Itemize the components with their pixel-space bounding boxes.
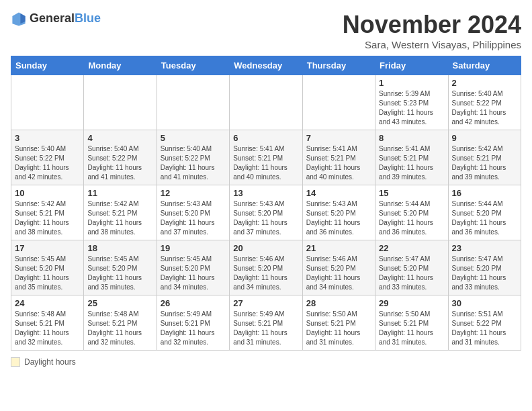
calendar-header-row: SundayMondayTuesdayWednesdayThursdayFrid… (11, 56, 521, 75)
day-number: 12 (161, 188, 226, 198)
legend-daylight-label: Daylight hours (24, 357, 76, 367)
day-info: Sunrise: 5:45 AM Sunset: 5:20 PM Dayligh… (161, 255, 226, 292)
day-number: 25 (87, 298, 152, 308)
calendar-cell (84, 75, 157, 130)
day-number: 4 (87, 133, 152, 143)
day-info: Sunrise: 5:50 AM Sunset: 5:21 PM Dayligh… (306, 310, 371, 347)
calendar-cell: 1Sunrise: 5:39 AM Sunset: 5:23 PM Daylig… (375, 75, 448, 130)
day-number: 19 (161, 243, 226, 253)
calendar-cell: 22Sunrise: 5:47 AM Sunset: 5:20 PM Dayli… (375, 240, 448, 295)
day-number: 20 (233, 243, 298, 253)
calendar-cell: 9Sunrise: 5:42 AM Sunset: 5:21 PM Daylig… (448, 130, 521, 185)
logo-text: General Blue (30, 12, 101, 26)
day-info: Sunrise: 5:43 AM Sunset: 5:20 PM Dayligh… (233, 199, 298, 237)
day-info: Sunrise: 5:40 AM Sunset: 5:22 PM Dayligh… (87, 144, 152, 182)
calendar-week-row: 10Sunrise: 5:42 AM Sunset: 5:21 PM Dayli… (11, 185, 521, 240)
calendar-cell: 8Sunrise: 5:41 AM Sunset: 5:21 PM Daylig… (375, 130, 448, 185)
day-info: Sunrise: 5:45 AM Sunset: 5:20 PM Dayligh… (87, 255, 152, 292)
day-number: 5 (161, 133, 226, 143)
day-number: 10 (15, 188, 80, 198)
calendar-cell: 3Sunrise: 5:40 AM Sunset: 5:22 PM Daylig… (11, 130, 84, 185)
day-number: 8 (379, 133, 444, 143)
day-number: 23 (452, 243, 517, 253)
day-number: 3 (15, 133, 80, 143)
calendar-cell (302, 75, 375, 130)
calendar-week-row: 1Sunrise: 5:39 AM Sunset: 5:23 PM Daylig… (11, 75, 521, 130)
calendar-cell: 7Sunrise: 5:41 AM Sunset: 5:21 PM Daylig… (302, 130, 375, 185)
calendar-cell: 12Sunrise: 5:43 AM Sunset: 5:20 PM Dayli… (157, 185, 229, 240)
day-number: 11 (87, 188, 152, 198)
day-info: Sunrise: 5:46 AM Sunset: 5:20 PM Dayligh… (306, 255, 371, 292)
calendar-cell (11, 75, 84, 130)
day-info: Sunrise: 5:42 AM Sunset: 5:21 PM Dayligh… (15, 199, 80, 237)
calendar-cell: 29Sunrise: 5:50 AM Sunset: 5:21 PM Dayli… (375, 295, 448, 351)
col-header-tuesday: Tuesday (157, 56, 229, 75)
day-info: Sunrise: 5:44 AM Sunset: 5:20 PM Dayligh… (452, 199, 517, 237)
day-info: Sunrise: 5:40 AM Sunset: 5:22 PM Dayligh… (452, 89, 517, 127)
calendar-cell: 10Sunrise: 5:42 AM Sunset: 5:21 PM Dayli… (11, 185, 84, 240)
day-info: Sunrise: 5:46 AM Sunset: 5:20 PM Dayligh… (233, 255, 298, 292)
calendar-cell: 19Sunrise: 5:45 AM Sunset: 5:20 PM Dayli… (157, 240, 229, 295)
day-number: 29 (379, 298, 444, 308)
day-info: Sunrise: 5:42 AM Sunset: 5:21 PM Dayligh… (452, 144, 517, 182)
day-info: Sunrise: 5:41 AM Sunset: 5:21 PM Dayligh… (306, 144, 371, 182)
day-info: Sunrise: 5:50 AM Sunset: 5:21 PM Dayligh… (379, 310, 444, 347)
day-number: 24 (15, 298, 80, 308)
day-info: Sunrise: 5:42 AM Sunset: 5:21 PM Dayligh… (87, 199, 152, 237)
calendar-cell: 13Sunrise: 5:43 AM Sunset: 5:20 PM Dayli… (230, 185, 302, 240)
calendar-cell: 5Sunrise: 5:40 AM Sunset: 5:22 PM Daylig… (157, 130, 229, 185)
col-header-sunday: Sunday (11, 56, 84, 75)
calendar-cell: 23Sunrise: 5:47 AM Sunset: 5:20 PM Dayli… (448, 240, 521, 295)
calendar-cell: 27Sunrise: 5:49 AM Sunset: 5:21 PM Dayli… (230, 295, 302, 351)
day-number: 21 (306, 243, 371, 253)
day-info: Sunrise: 5:41 AM Sunset: 5:21 PM Dayligh… (379, 144, 444, 182)
day-number: 17 (15, 243, 80, 253)
calendar-cell: 6Sunrise: 5:41 AM Sunset: 5:21 PM Daylig… (230, 130, 302, 185)
calendar-week-row: 24Sunrise: 5:48 AM Sunset: 5:21 PM Dayli… (11, 295, 521, 351)
logo: General Blue (11, 11, 101, 27)
calendar-cell: 17Sunrise: 5:45 AM Sunset: 5:20 PM Dayli… (11, 240, 84, 295)
calendar-cell: 30Sunrise: 5:51 AM Sunset: 5:22 PM Dayli… (448, 295, 521, 351)
day-number: 7 (306, 133, 371, 143)
calendar-cell: 11Sunrise: 5:42 AM Sunset: 5:21 PM Dayli… (84, 185, 157, 240)
page-header: General Blue November 2024 Sara, Western… (11, 11, 521, 50)
day-info: Sunrise: 5:44 AM Sunset: 5:20 PM Dayligh… (379, 199, 444, 237)
legend-daylight: Daylight hours (11, 357, 76, 367)
location: Sara, Western Visayas, Philippines (343, 39, 521, 50)
day-info: Sunrise: 5:51 AM Sunset: 5:22 PM Dayligh… (452, 310, 517, 347)
day-number: 15 (379, 188, 444, 198)
col-header-monday: Monday (84, 56, 157, 75)
day-info: Sunrise: 5:45 AM Sunset: 5:20 PM Dayligh… (15, 255, 80, 292)
day-number: 2 (452, 78, 517, 88)
legend-daylight-box (11, 357, 20, 367)
day-info: Sunrise: 5:49 AM Sunset: 5:21 PM Dayligh… (161, 310, 226, 347)
calendar-cell: 4Sunrise: 5:40 AM Sunset: 5:22 PM Daylig… (84, 130, 157, 185)
calendar-cell: 20Sunrise: 5:46 AM Sunset: 5:20 PM Dayli… (230, 240, 302, 295)
day-number: 13 (233, 188, 298, 198)
day-number: 1 (379, 78, 444, 88)
calendar-cell (230, 75, 302, 130)
day-info: Sunrise: 5:39 AM Sunset: 5:23 PM Dayligh… (379, 89, 444, 127)
day-number: 27 (233, 298, 298, 308)
day-info: Sunrise: 5:41 AM Sunset: 5:21 PM Dayligh… (233, 144, 298, 182)
day-info: Sunrise: 5:40 AM Sunset: 5:22 PM Dayligh… (15, 144, 80, 182)
logo-icon (11, 11, 27, 27)
month-title: November 2024 (343, 11, 521, 39)
calendar-cell (157, 75, 229, 130)
day-info: Sunrise: 5:43 AM Sunset: 5:20 PM Dayligh… (161, 199, 226, 237)
calendar-week-row: 3Sunrise: 5:40 AM Sunset: 5:22 PM Daylig… (11, 130, 521, 185)
day-number: 22 (379, 243, 444, 253)
day-number: 16 (452, 188, 517, 198)
calendar-table: SundayMondayTuesdayWednesdayThursdayFrid… (11, 56, 521, 351)
col-header-saturday: Saturday (448, 56, 521, 75)
day-number: 28 (306, 298, 371, 308)
col-header-friday: Friday (375, 56, 448, 75)
calendar-cell: 2Sunrise: 5:40 AM Sunset: 5:22 PM Daylig… (448, 75, 521, 130)
calendar-week-row: 17Sunrise: 5:45 AM Sunset: 5:20 PM Dayli… (11, 240, 521, 295)
day-number: 26 (161, 298, 226, 308)
day-number: 14 (306, 188, 371, 198)
day-info: Sunrise: 5:47 AM Sunset: 5:20 PM Dayligh… (379, 255, 444, 292)
day-info: Sunrise: 5:49 AM Sunset: 5:21 PM Dayligh… (233, 310, 298, 347)
calendar-cell: 15Sunrise: 5:44 AM Sunset: 5:20 PM Dayli… (375, 185, 448, 240)
day-info: Sunrise: 5:40 AM Sunset: 5:22 PM Dayligh… (161, 144, 226, 182)
